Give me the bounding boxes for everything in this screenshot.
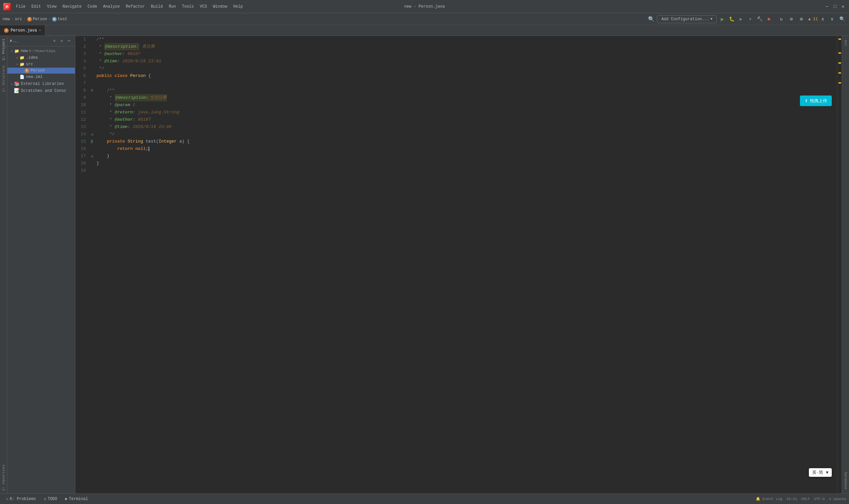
annotation-15-icon[interactable]: @ — [89, 138, 95, 145]
profile-button[interactable]: ⚡ — [746, 15, 755, 23]
ime-label: 英·简 ▼ — [812, 470, 828, 475]
sidebar-action-buttons: ⊕ ⚙ ━ — [51, 38, 72, 44]
menu-refactor[interactable]: Refactor — [123, 3, 148, 10]
indent-display[interactable]: 4 spaces — [829, 497, 846, 501]
build-button[interactable]: 🔨 — [755, 15, 764, 23]
code-line-1: /** — [96, 36, 836, 43]
drag-upload-button[interactable]: ⬆ 拖拽上传 — [800, 95, 832, 106]
settings-button[interactable]: ⚙ — [787, 15, 796, 23]
event-log-label[interactable]: 🔔 Event Log — [756, 497, 782, 501]
folder-icon-src: 📁 — [19, 62, 24, 67]
structure-panel-tab[interactable]: 2: Structure — [1, 63, 6, 94]
tree-item-idea[interactable]: ▸ 📁 .idea — [7, 54, 75, 61]
line-numbers: 1 2 3 4 5 6 7 8 9 10 11 12 13 14 15 16 1… — [75, 36, 89, 493]
todo-tab[interactable]: ☑ TODO — [40, 495, 60, 503]
breadcrumb-src[interactable]: src — [15, 17, 22, 21]
tab-person-java[interactable]: J Person.java × — [0, 25, 46, 35]
side-panel-labels: 1: Project 2: Structure 2: Favorites — [0, 36, 7, 493]
time-display: 16:21 — [786, 497, 797, 501]
main-area: 1: Project 2: Structure 2: Favorites P..… — [0, 36, 849, 493]
line-ending-display[interactable]: CRLF — [801, 497, 810, 501]
code-line-11: * @return: java.lang.String — [96, 109, 836, 116]
database-panel-tab[interactable]: Database — [843, 469, 848, 492]
layout-button[interactable]: ⊞ — [797, 15, 806, 23]
sync-button[interactable]: ⊕ — [51, 38, 58, 44]
minimize-button[interactable]: ─ — [825, 4, 830, 9]
person-java-icon: C — [24, 68, 29, 73]
expand-arrow[interactable]: ▾ — [10, 49, 14, 53]
menu-run[interactable]: Run — [166, 3, 179, 10]
folder-icon: 📁 — [14, 49, 19, 54]
warnings-down-button[interactable]: ∨ — [828, 15, 836, 23]
terminal-icon: ▶ — [65, 497, 68, 501]
menu-analyze[interactable]: Analyze — [101, 3, 122, 10]
update-button[interactable]: ↻ — [777, 15, 785, 23]
coverage-button[interactable]: ▶ — [737, 15, 745, 23]
person-class-icon: C — [27, 17, 32, 21]
breadcrumb-new[interactable]: new — [3, 17, 10, 21]
expand-arrow-idea[interactable]: ▸ — [15, 56, 19, 60]
add-configuration-button[interactable]: Add Configuration... ▼ — [657, 15, 717, 23]
app-logo: P — [3, 3, 11, 10]
menu-file[interactable]: File — [13, 3, 28, 10]
code-line-13: * @time: 2020/9/19 23:06 — [96, 123, 836, 131]
debug-button[interactable]: 🐛 — [727, 15, 736, 23]
tree-item-person[interactable]: ▸ C Person — [7, 68, 75, 74]
breadcrumb: new › src › C Person › m test — [3, 17, 67, 21]
expand-arrow-src[interactable]: ▾ — [15, 62, 19, 66]
menu-help[interactable]: Help — [231, 3, 246, 10]
menu-vcs[interactable]: VCS — [197, 3, 210, 10]
menu-build[interactable]: Build — [148, 3, 165, 10]
breadcrumb-person[interactable]: Person — [33, 17, 47, 21]
folder-icon-idea: 📁 — [19, 55, 24, 60]
tree-item-src[interactable]: ▾ 📁 src — [7, 61, 75, 68]
menu-code[interactable]: Code — [85, 3, 100, 10]
code-editor[interactable]: /** * @description: 类注释 * @author: 86187… — [95, 36, 837, 493]
scratches-label: Scratches and Consc — [21, 89, 66, 93]
warning-marker-1 — [838, 38, 841, 40]
tree-item-ext-libs[interactable]: ▸ 📚 External Libraries — [7, 80, 75, 87]
warnings-up-button[interactable]: ∧ — [818, 15, 827, 23]
fold-8-icon[interactable]: ≡ — [89, 87, 95, 94]
tree-item-new-iml[interactable]: ▸ 📄 new.iml — [7, 74, 75, 80]
terminal-tab[interactable]: ▶ Terminal — [62, 495, 92, 503]
todo-label: TODO — [48, 497, 57, 501]
idea-folder-label: .idea — [26, 55, 38, 60]
problems-tab[interactable]: ⚠ 6: Problems — [3, 495, 39, 503]
encoding-display[interactable]: UTF-8 — [814, 497, 825, 501]
tree-item-scratches[interactable]: ▸ 📝 Scratches and Consc — [7, 87, 75, 94]
menu-tools[interactable]: Tools — [179, 3, 197, 10]
menu-window[interactable]: Window — [210, 3, 230, 10]
tree-item-new[interactable]: ▾ 📁 new D:\MyWorkSpa — [7, 48, 75, 54]
run-button[interactable]: ▶ — [718, 15, 727, 23]
global-search-button[interactable]: 🔍 — [838, 15, 846, 23]
menu-navigate[interactable]: Navigate — [60, 3, 84, 10]
breadcrumb-test[interactable]: test — [58, 17, 67, 21]
editor-gutter: ≡ ◁ @ ◁ — [89, 36, 95, 493]
test-method-icon: m — [52, 17, 57, 21]
ant-panel-tab[interactable]: Ant — [843, 37, 848, 49]
nav-actions: 🔍 Add Configuration... ▼ ▶ 🐛 ▶ ⚡ 🔨 ■ ↻ ⚙… — [647, 15, 846, 23]
ime-indicator[interactable]: 英·简 ▼ — [809, 468, 832, 477]
add-config-label: Add Configuration... — [661, 17, 709, 21]
settings-icon[interactable]: ⚙ — [58, 38, 65, 44]
maximize-button[interactable]: □ — [832, 4, 838, 9]
menu-edit[interactable]: Edit — [29, 3, 44, 10]
favorites-panel-tab[interactable]: 2: Favorites — [1, 462, 6, 493]
sidebar-title-text: P... — [10, 39, 19, 43]
project-panel-tab[interactable]: 1: Project — [1, 36, 6, 63]
collapse-icon[interactable]: ━ — [66, 38, 72, 44]
code-line-12: * @author: 86187 — [96, 116, 836, 123]
expand-arrow-ext[interactable]: ▸ — [10, 82, 14, 86]
fold-17-icon[interactable]: ◁ — [89, 152, 95, 160]
editor-area[interactable]: 1 2 3 4 5 6 7 8 9 10 11 12 13 14 15 16 1… — [75, 36, 842, 493]
stop-button[interactable]: ■ — [764, 15, 773, 23]
code-line-7 — [96, 79, 836, 87]
close-button[interactable]: ✕ — [841, 4, 846, 9]
fold-14-icon[interactable]: ◁ — [89, 131, 95, 138]
menu-view[interactable]: View — [44, 3, 59, 10]
java-file-icon: J — [4, 28, 8, 33]
tab-close-button[interactable]: × — [39, 29, 41, 33]
search-everywhere-icon[interactable]: 🔍 — [647, 15, 656, 23]
nav-bar: new › src › C Person › m test 🔍 Add Conf… — [0, 13, 849, 25]
